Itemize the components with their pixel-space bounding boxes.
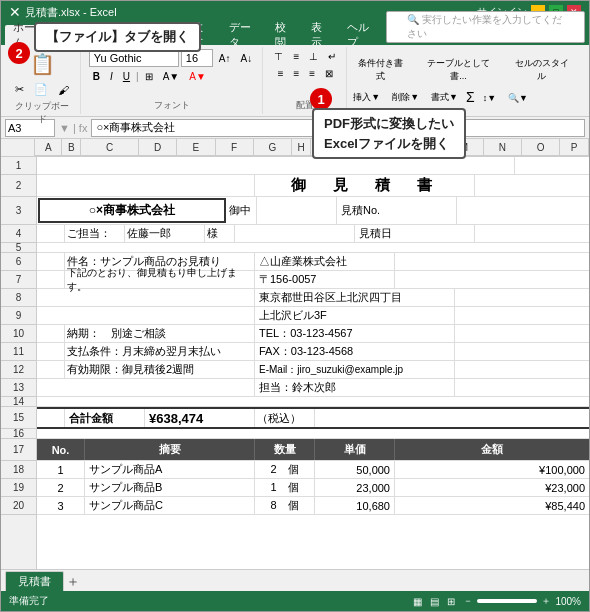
conditional-format-button[interactable]: 条件付き書式 bbox=[349, 55, 411, 85]
wrap-text-button[interactable]: ↵ bbox=[324, 49, 340, 64]
cell-price-2[interactable]: 23,000 bbox=[315, 479, 395, 496]
cell-tel[interactable]: TEL：03-123-4567 bbox=[255, 325, 455, 342]
row-header-2[interactable]: 2 bbox=[1, 175, 36, 197]
cell-qty-2[interactable]: 1 個 bbox=[255, 479, 315, 496]
row-header-18[interactable]: 18 bbox=[1, 461, 36, 479]
cell-4-right[interactable] bbox=[475, 225, 589, 242]
table-format-button[interactable]: テーブルとして書... bbox=[415, 55, 502, 85]
row-header-4[interactable]: 4 bbox=[1, 225, 36, 243]
find-button[interactable]: 🔍▼ bbox=[504, 89, 532, 106]
row-header-10[interactable]: 10 bbox=[1, 325, 36, 343]
copy-button[interactable]: 📄 bbox=[30, 81, 52, 98]
font-color-button[interactable]: A▼ bbox=[185, 69, 210, 84]
empty-row-14[interactable] bbox=[37, 397, 515, 406]
row-header-3[interactable]: 3 bbox=[1, 197, 36, 225]
align-middle-button[interactable]: ≡ bbox=[289, 49, 303, 64]
cell-amount-header[interactable]: 金額 bbox=[395, 439, 589, 460]
col-header-l[interactable]: L bbox=[407, 139, 445, 156]
fill-color-button[interactable]: A▼ bbox=[159, 69, 184, 84]
cell-company-name-right[interactable]: △山産業株式会社 bbox=[255, 253, 395, 270]
cell-item-3[interactable]: サンプル商品C bbox=[85, 497, 255, 514]
cell-total-label[interactable]: 合計金額 bbox=[65, 409, 145, 427]
cell-price-1[interactable]: 50,000 bbox=[315, 461, 395, 478]
col-header-e[interactable]: E bbox=[177, 139, 215, 156]
cell-desc-header[interactable]: 摘要 bbox=[85, 439, 255, 460]
align-top-button[interactable]: ⊤ bbox=[270, 49, 287, 64]
cell-7-a[interactable] bbox=[37, 271, 65, 288]
view-layout-icon[interactable]: ▤ bbox=[430, 596, 439, 607]
align-center-button[interactable]: ≡ bbox=[289, 66, 303, 81]
empty-row-1[interactable] bbox=[37, 157, 515, 174]
cell-15-right[interactable] bbox=[315, 409, 589, 427]
zoom-out-button[interactable]: － bbox=[463, 594, 473, 608]
cell-company[interactable]: ○×商事株式会社 bbox=[38, 198, 226, 223]
cut-button[interactable]: ✂ bbox=[11, 81, 28, 98]
underline-button[interactable]: U bbox=[119, 69, 134, 84]
cell-address1[interactable]: 東京都世田谷区上北沢四丁目 bbox=[255, 289, 455, 306]
col-header-c[interactable]: C bbox=[81, 139, 138, 156]
col-header-a[interactable]: A bbox=[35, 139, 62, 156]
cell-price-header[interactable]: 単価 bbox=[315, 439, 395, 460]
row-header-6[interactable]: 6 bbox=[1, 253, 36, 271]
cell-estdate-label[interactable]: 見積日 bbox=[355, 225, 475, 242]
cell-2-right[interactable] bbox=[475, 175, 589, 196]
format-painter-button[interactable]: 🖌 bbox=[54, 81, 73, 98]
col-header-f[interactable]: F bbox=[216, 139, 254, 156]
tab-review[interactable]: 校閲 bbox=[267, 25, 303, 45]
cell-qty-1[interactable]: 2 個 bbox=[255, 461, 315, 478]
cell-3-mid[interactable] bbox=[257, 197, 337, 224]
cell-total-amount[interactable]: ¥638,474 bbox=[145, 409, 255, 427]
cell-qty-3[interactable]: 8 個 bbox=[255, 497, 315, 514]
col-header-n[interactable]: N bbox=[484, 139, 522, 156]
format-button[interactable]: 書式▼ bbox=[427, 89, 462, 106]
cell-9-right[interactable] bbox=[455, 307, 589, 324]
cell-title[interactable]: 御 見 積 書 bbox=[255, 175, 475, 196]
row-header-19[interactable]: 19 bbox=[1, 479, 36, 497]
row-header-20[interactable]: 20 bbox=[1, 497, 36, 515]
paste-button[interactable]: 📋 bbox=[11, 49, 73, 79]
sort-button[interactable]: ↕▼ bbox=[479, 89, 500, 106]
cell-no-1[interactable]: 1 bbox=[37, 461, 85, 478]
cell-6-right[interactable] bbox=[395, 253, 589, 270]
cell-payment[interactable]: 支払条件：月末締め翌月末払い bbox=[65, 343, 255, 360]
col-header-h[interactable]: H bbox=[292, 139, 311, 156]
cell-11-right[interactable] bbox=[455, 343, 589, 360]
empty-row-5[interactable] bbox=[37, 243, 515, 252]
col-header-g[interactable]: G bbox=[254, 139, 292, 156]
cell-tantou-name[interactable]: 佐藤一郎 bbox=[125, 225, 205, 242]
cell-style-button[interactable]: セルのスタイル bbox=[506, 55, 577, 85]
cell-3-right[interactable] bbox=[457, 197, 589, 224]
font-size-box[interactable]: 16 bbox=[181, 49, 213, 67]
cell-tantou-right[interactable]: 担当：鈴木次郎 bbox=[255, 379, 455, 396]
increase-font-button[interactable]: A↑ bbox=[215, 51, 235, 66]
tab-data[interactable]: データ bbox=[221, 25, 267, 45]
cell-qty-header[interactable]: 数量 bbox=[255, 439, 315, 460]
italic-button[interactable]: I bbox=[106, 69, 117, 84]
cell-validity[interactable]: 有効期限：御見積後2週間 bbox=[65, 361, 255, 378]
cell-desc[interactable]: 下記のとおり、御見積もり申し上げます。 bbox=[65, 271, 255, 288]
decrease-font-button[interactable]: A↓ bbox=[236, 51, 256, 66]
tab-home[interactable]: ホーム bbox=[5, 25, 51, 45]
search-box[interactable]: 🔍 実行したい作業を入力してください bbox=[386, 11, 585, 43]
cell-address2[interactable]: 上北沢ビル3F bbox=[255, 307, 455, 324]
col-header-i[interactable]: I bbox=[311, 139, 330, 156]
cell-7-right[interactable] bbox=[395, 271, 589, 288]
cell-12-right[interactable] bbox=[455, 361, 589, 378]
sheet-tab-mitsumori[interactable]: 見積書 bbox=[5, 571, 64, 591]
cell-item-2[interactable]: サンプル商品B bbox=[85, 479, 255, 496]
cell-delivery[interactable]: 納期： 別途ご相談 bbox=[65, 325, 255, 342]
cell-tantou-label[interactable]: ご担当： bbox=[65, 225, 125, 242]
col-header-o[interactable]: O bbox=[522, 139, 560, 156]
cell-no-3[interactable]: 3 bbox=[37, 497, 85, 514]
empty-row-16[interactable] bbox=[37, 429, 515, 438]
col-header-j[interactable]: J bbox=[330, 139, 368, 156]
cell-2-left[interactable] bbox=[37, 175, 255, 196]
row-header-1[interactable]: 1 bbox=[1, 157, 36, 175]
cell-4-mid[interactable] bbox=[235, 225, 355, 242]
cell-price-3[interactable]: 10,680 bbox=[315, 497, 395, 514]
tab-help[interactable]: ヘルプ bbox=[339, 25, 385, 45]
align-left-button[interactable]: ≡ bbox=[274, 66, 288, 81]
view-page-icon[interactable]: ⊞ bbox=[447, 596, 455, 607]
align-right-button[interactable]: ≡ bbox=[305, 66, 319, 81]
cell-10-right[interactable] bbox=[455, 325, 589, 342]
